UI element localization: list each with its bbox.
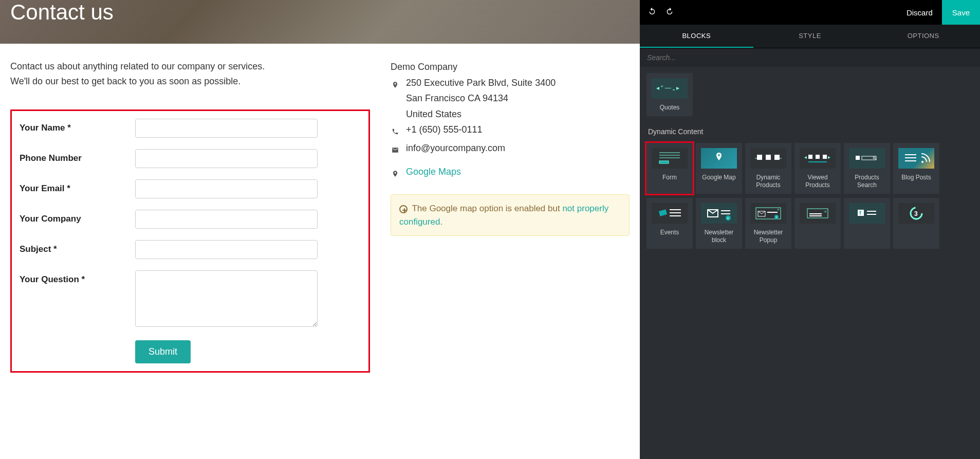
input-phone-number[interactable] [135,149,318,168]
input-subject[interactable] [135,240,318,259]
card-close-icon: × [800,203,836,224]
cubes-nav-icon: ◂▸ [800,148,836,169]
discard-button[interactable]: Discard [897,0,942,25]
label-your-email: Your Email * [20,179,135,194]
tab-style[interactable]: STYLE [753,25,867,48]
envelope-popup-icon: ×+ [750,203,786,224]
svg-rect-13 [823,155,827,159]
input-your-name[interactable] [135,119,318,138]
svg-rect-17 [856,156,860,160]
svg-text:3: 3 [914,210,918,217]
svg-rect-6 [757,155,762,160]
svg-text:▸: ▸ [828,154,830,160]
block-products-search[interactable]: Products Search [844,143,890,194]
phone-icon [391,122,400,140]
editor-sidebar: Discard Save BLOCKS STYLE OPTIONS ◂ “ — … [640,0,980,459]
google-maps-link[interactable]: Google Maps [406,164,461,180]
block-extra-2[interactable]: f [844,198,890,249]
undo-button[interactable] [648,7,656,18]
redo-button[interactable] [665,7,674,18]
map-icon [701,148,737,169]
svg-point-19 [873,157,875,159]
svg-text:+: + [727,216,729,221]
svg-text:×: × [777,207,780,212]
page-title: Contact us [10,0,114,25]
svg-rect-4 [659,161,669,163]
label-your-company: Your Company [20,210,135,224]
hero-banner: Contact us [0,0,640,44]
block-extra-1[interactable]: × [794,198,841,249]
label-your-question: Your Question * [20,270,135,285]
label-phone-number: Phone Number [20,149,135,163]
countdown-icon: 3 [898,203,934,224]
block-newsletter-block[interactable]: + Newsletter block [696,198,742,249]
svg-text:+: + [775,215,778,219]
block-google-map[interactable]: Google Map [696,143,742,194]
block-events[interactable]: Events [646,198,693,249]
block-form[interactable]: Form [646,143,693,194]
ticket-icon [652,203,688,224]
input-your-email[interactable] [135,179,318,198]
svg-rect-7 [766,155,771,160]
svg-text:◂ “ — „ ▸: ◂ “ — „ ▸ [656,84,679,91]
svg-point-24 [921,161,923,163]
intro-text: Contact us about anything related to our… [10,59,370,89]
map-marker-icon [391,164,400,182]
block-extra-3[interactable]: 3 [893,198,939,249]
tab-options[interactable]: OPTIONS [866,25,980,48]
section-dynamic-content: Dynamic Content [645,118,975,141]
block-viewed-products[interactable]: ◂▸ Viewed Products [794,143,841,194]
label-subject: Subject * [20,240,135,254]
block-dynamic-products[interactable]: Dynamic Products [745,143,791,194]
quotes-icon: ◂ “ — „ ▸ [652,78,688,99]
rss-icon [898,148,934,169]
svg-rect-11 [808,155,812,159]
svg-rect-8 [774,155,780,160]
plus-circle-icon [399,205,408,213]
form-icon [652,148,688,169]
input-your-question[interactable] [135,270,318,327]
svg-text:f: f [859,210,861,216]
company-info: Demo Company 250 Executive Park Blvd, Su… [391,59,630,182]
block-quotes[interactable]: ◂ “ — „ ▸ Quotes [646,73,693,116]
block-blog-posts[interactable]: Blog Posts [893,143,939,194]
svg-text:×: × [824,209,827,214]
save-button[interactable]: Save [942,0,980,25]
company-name: Demo Company [391,59,630,75]
cubes-icon [750,148,786,169]
input-your-company[interactable] [135,210,318,229]
blocks-panel[interactable]: ◂ “ — „ ▸ Quotes Dynamic Content Form Go… [640,67,980,459]
map-config-alert: The Google map option is enabled but not… [391,194,630,236]
block-newsletter-popup[interactable]: ×+ Newsletter Popup [745,198,791,249]
svg-point-5 [718,154,720,156]
svg-rect-25 [659,209,667,216]
tab-blocks[interactable]: BLOCKS [640,25,753,48]
search-bar-icon [849,148,885,169]
map-marker-icon [391,75,400,94]
submit-button[interactable]: Submit [135,340,191,363]
envelope-icon [391,140,400,159]
facebook-icon: f [849,203,885,224]
svg-text:◂: ◂ [804,154,807,160]
envelope-plus-icon: + [701,203,737,224]
contact-form-highlight: Your Name * Phone Number Your Email * Yo… [10,109,370,373]
svg-rect-12 [816,155,820,159]
main-canvas: Contact us Contact us about anything rel… [0,0,640,459]
blocks-search-input[interactable] [640,48,980,67]
label-your-name: Your Name * [20,119,135,133]
